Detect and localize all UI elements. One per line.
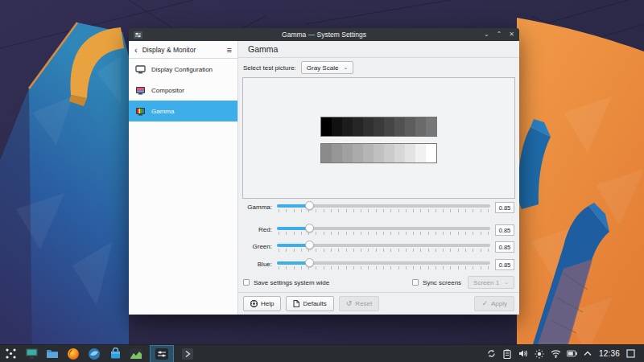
options-row: Save settings system wide Sync screens S…: [238, 277, 519, 288]
gamma-value-box[interactable]: 0.85: [495, 202, 514, 213]
monitor-app-icon: [25, 348, 39, 360]
content-pane: Gamma Select test picture: Gray Scale ⌄: [238, 41, 519, 315]
help-icon: [250, 300, 258, 307]
chevron-right-icon: [182, 348, 193, 360]
test-picture-area: [242, 77, 515, 199]
red-value-box[interactable]: 0.85: [495, 224, 514, 236]
file-manager-launcher[interactable]: [45, 347, 60, 361]
desktop: Gamma — System Settings ⌄ ⌃ ✕ ‹ Display …: [0, 0, 644, 362]
globe-app-icon: [88, 348, 101, 360]
sidebar-item-label: Compositor: [151, 87, 184, 94]
screen-select-value: Screen 1: [473, 279, 499, 286]
test-picture-select[interactable]: Gray Scale ⌄: [301, 61, 353, 74]
red-slider[interactable]: [277, 224, 490, 237]
gamma-slider[interactable]: [277, 202, 490, 215]
system-monitor-launcher[interactable]: [129, 347, 143, 361]
blue-slider-row: Blue: 0.85: [243, 259, 514, 272]
folder-icon: [46, 348, 59, 359]
screen-select[interactable]: Screen 1 ⌄: [468, 276, 514, 289]
sync-screens-checkbox[interactable]: [412, 279, 419, 286]
show-desktop-button[interactable]: [625, 348, 636, 359]
grayscale-bar-dark: [320, 117, 437, 137]
volume-tray-icon[interactable]: [518, 348, 529, 359]
app-launcher-button[interactable]: [3, 347, 18, 361]
back-icon[interactable]: ‹: [134, 45, 138, 55]
gamma-icon: [135, 107, 146, 116]
blue-value-box[interactable]: 0.85: [495, 259, 514, 270]
green-slider[interactable]: [277, 241, 490, 254]
grayscale-bar-light: [320, 143, 437, 163]
sidebar-item-display-configuration[interactable]: Display Configuration: [129, 59, 237, 80]
blue-slider[interactable]: [277, 259, 490, 272]
compositor-icon: [135, 86, 146, 95]
hamburger-menu-icon[interactable]: ≡: [227, 45, 232, 55]
gamma-slider-label: Gamma:: [243, 202, 272, 211]
chevron-down-icon: ⌄: [504, 279, 509, 286]
green-slider-row: Green: 0.85: [243, 241, 514, 254]
wifi-tray-icon[interactable]: [551, 348, 561, 359]
panel-expand-button[interactable]: [180, 347, 195, 361]
gamma-slider-row: Gamma: 0.85: [243, 202, 514, 215]
test-picture-label: Select test picture:: [243, 64, 296, 72]
red-slider-row: Red: 0.85: [243, 224, 514, 237]
close-button[interactable]: ✕: [509, 28, 514, 41]
save-settings-label: Save settings system wide: [254, 279, 329, 286]
minimize-button[interactable]: ⌄: [484, 28, 489, 41]
active-task-system-settings[interactable]: [150, 345, 174, 362]
brightness-tray-icon[interactable]: [535, 348, 545, 359]
maximize-button[interactable]: ⌃: [497, 28, 502, 41]
reset-icon: ↺: [346, 300, 353, 307]
updates-tray-icon[interactable]: [486, 348, 497, 359]
taskbar: 12:36: [0, 344, 644, 362]
save-settings-checkbox[interactable]: [243, 279, 250, 286]
titlebar[interactable]: Gamma — System Settings ⌄ ⌃ ✕: [129, 28, 519, 41]
display-configuration-icon: [135, 65, 146, 74]
apply-button[interactable]: ✓ Apply: [474, 296, 514, 311]
window-title: Gamma — System Settings: [129, 31, 519, 39]
green-value-box[interactable]: 0.85: [495, 241, 514, 253]
chevron-down-icon: ⌄: [343, 64, 348, 71]
test-picture-value: Gray Scale: [307, 64, 339, 72]
tray-expand-button[interactable]: [583, 348, 593, 359]
clock[interactable]: 12:36: [599, 349, 620, 358]
sync-screens-label: Sync screens: [423, 279, 461, 286]
system-settings-task-icon: [155, 348, 168, 360]
page-title: Gamma: [248, 44, 278, 54]
sidebar-item-gamma[interactable]: Gamma: [129, 101, 237, 121]
firefox-launcher[interactable]: [66, 347, 80, 361]
green-slider-label: Green:: [243, 241, 272, 250]
system-settings-window: Gamma — System Settings ⌄ ⌃ ✕ ‹ Display …: [129, 28, 519, 315]
app-store-bag-icon: [109, 348, 122, 360]
sidebar-header: ‹ Display & Monitor ≡: [129, 41, 237, 59]
clipboard-tray-icon[interactable]: [502, 348, 513, 359]
slider-section: Gamma: 0.85 Red: 0.85 Gree: [238, 199, 519, 272]
blue-slider-label: Blue:: [243, 259, 272, 268]
discover-launcher[interactable]: [108, 347, 122, 361]
firefox-icon: [67, 348, 80, 360]
content-header: Gamma: [238, 41, 519, 58]
defaults-button[interactable]: Defaults: [286, 296, 333, 311]
system-settings-app-icon: [134, 31, 142, 39]
sidebar-item-compositor[interactable]: Compositor: [129, 80, 237, 101]
sidebar-item-label: Display Configuration: [151, 66, 213, 73]
sidebar: ‹ Display & Monitor ≡ Display Configurat…: [129, 41, 238, 315]
battery-tray-icon[interactable]: [567, 348, 577, 359]
apply-icon: ✓: [481, 300, 488, 307]
defaults-icon: [293, 300, 299, 307]
kde-launcher-icon: [5, 348, 17, 360]
button-row: Help Defaults ↺ Reset: [238, 293, 519, 315]
sidebar-item-label: Gamma: [151, 108, 174, 115]
red-slider-label: Red:: [243, 224, 272, 233]
display-settings-launcher[interactable]: [24, 347, 39, 361]
browser-globe-launcher[interactable]: [87, 347, 101, 361]
reset-button[interactable]: ↺ Reset: [339, 296, 379, 311]
test-picture-row: Select test picture: Gray Scale ⌄: [238, 58, 519, 76]
sidebar-title: Display & Monitor: [142, 46, 227, 54]
help-button[interactable]: Help: [243, 296, 281, 311]
system-monitor-icon: [130, 348, 142, 360]
